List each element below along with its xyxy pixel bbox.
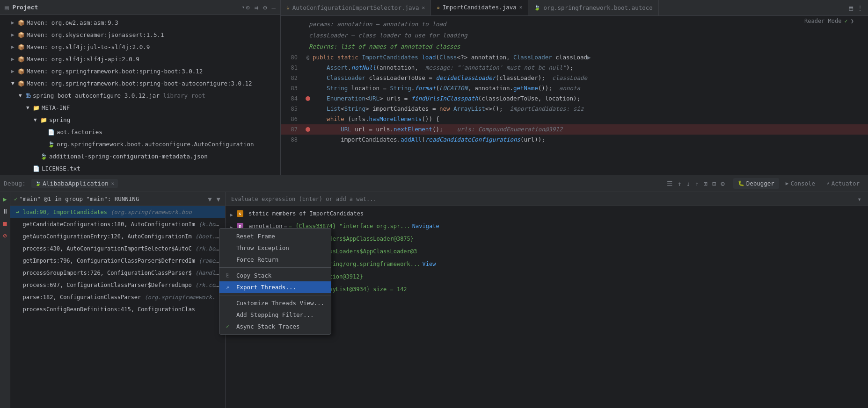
list-item[interactable]: ▼ 📁 spring bbox=[0, 114, 280, 126]
sidebar-title: Project bbox=[12, 4, 38, 11]
ctx-export-threads[interactable]: ↗ Export Threads... bbox=[219, 281, 226, 293]
tab-autoconfiguration[interactable]: ☕ AutoConfigurationImportSelector.java ✕ bbox=[281, 0, 431, 15]
sidebar-locate-icon[interactable]: ⊙ bbox=[245, 3, 250, 12]
ctx-customize-threads[interactable]: Customize Threads View... bbox=[219, 297, 226, 309]
frame-label: process:430, AutoConfigurationImportSele… bbox=[16, 245, 225, 252]
doc-line-3: Returns: list of names of annotated clas… bbox=[281, 41, 868, 52]
debug-step-out-icon[interactable]: ↑ bbox=[677, 179, 682, 188]
stack-frame-0[interactable]: ↩ load:90, ImportCandidates (org.springf… bbox=[10, 206, 225, 218]
breakpoint-icon-2 bbox=[306, 127, 310, 132]
evaluate-expression-label[interactable]: Evaluate expression (Enter) or add a wat… bbox=[231, 196, 377, 202]
maven-icon: 📦 bbox=[18, 66, 25, 77]
sidebar-minimize-icon[interactable]: — bbox=[271, 3, 277, 12]
line-number: 88 bbox=[281, 135, 303, 145]
json-icon: 🍃 bbox=[40, 151, 47, 162]
list-item[interactable]: ▶ 📦 Maven: org.skyscreamer:jsonassert:1.… bbox=[0, 29, 280, 41]
maven-icon: 📦 bbox=[18, 18, 25, 28]
line-number: 85 bbox=[281, 104, 303, 114]
subfolder-icon: 📁 bbox=[40, 115, 47, 125]
list-item[interactable]: ▶ 🍃 org.springframework.boot.autoconfigu… bbox=[0, 138, 280, 150]
tab-console[interactable]: ▶ Console bbox=[781, 178, 820, 189]
resume-button[interactable]: ▶ bbox=[1, 195, 9, 203]
thread-status-label: "main" @1 in group "main": RUNNING bbox=[20, 195, 139, 202]
tab-more-icon[interactable]: ⋮ bbox=[856, 3, 864, 13]
stack-frame-5[interactable]: processGroupImports:726, ConfigurationCl… bbox=[10, 267, 225, 279]
stack-frame-1[interactable]: getCandidateConfigurations:180, AutoConf… bbox=[10, 218, 225, 230]
debug-step-into-icon[interactable]: ↓ bbox=[685, 179, 691, 188]
list-item[interactable]: ▶ 📦 Maven: org.ow2.asm:asm:9.3 bbox=[0, 17, 280, 29]
debug-frames-icon[interactable]: ⊡ bbox=[711, 179, 717, 188]
stack-frame-4[interactable]: getImports:796, ConfigurationClassParser… bbox=[10, 255, 225, 267]
debug-step-over-icon[interactable]: ↑ bbox=[694, 179, 700, 188]
debug-settings-icon[interactable]: ⚙ bbox=[720, 179, 725, 188]
gutter-87 bbox=[303, 127, 313, 132]
list-item[interactable]: ▼ 📁 META-INF bbox=[0, 102, 280, 114]
tab-importcandidates[interactable]: ☕ ImportCandidates.java ✕ bbox=[431, 0, 528, 15]
code-text: Enumeration<URL> urls = findUrlsInClassp… bbox=[313, 93, 868, 104]
code-text: Assert.notNull(annotation, message: "'an… bbox=[313, 63, 868, 73]
debug-session-tab[interactable]: 🍃 AlibabaApplication ✕ bbox=[31, 179, 118, 188]
list-item[interactable]: ▶ 🍃 additional-spring-configuration-meta… bbox=[0, 150, 280, 163]
list-item[interactable]: ▶ 📦 Maven: org.slf4j:jul-to-slf4j:2.0.9 bbox=[0, 41, 280, 53]
vars-expand-icon[interactable]: ▾ bbox=[857, 194, 862, 204]
var-name: static members of ImportCandidates bbox=[245, 209, 364, 218]
ctx-async-traces[interactable]: ✓ Async Stack Traces bbox=[219, 321, 226, 332]
line-number: 87 bbox=[281, 124, 303, 135]
stack-frame-7[interactable]: parse:182, ConfigurationClassParser (org… bbox=[10, 291, 225, 303]
debug-label: Debug: bbox=[4, 180, 26, 187]
list-item[interactable]: ▶ 📦 Maven: org.springframework.boot:spri… bbox=[0, 65, 280, 78]
tab-actuator[interactable]: ⚡ Actuator bbox=[822, 178, 864, 189]
line-number: 81 bbox=[281, 63, 303, 73]
ctx-force-return[interactable]: Force Return bbox=[219, 254, 226, 265]
debug-toolbar-lines-icon[interactable]: ☰ bbox=[666, 179, 674, 188]
tab-close-icon[interactable]: ✕ bbox=[422, 5, 425, 11]
editor-area: ☕ AutoConfigurationImportSelector.java ✕… bbox=[281, 0, 868, 175]
code-line-83: 83 String location = String.format(LOCAT… bbox=[281, 83, 868, 93]
filter-icon[interactable]: ▼ bbox=[207, 194, 212, 204]
sidebar-dropdown-icon[interactable]: ▾ bbox=[242, 4, 245, 10]
code-line-81: 81 Assert.notNull(annotation, message: "… bbox=[281, 63, 868, 73]
list-item[interactable]: ▼ 📦 Maven: org.springframework.boot:spri… bbox=[0, 78, 280, 90]
frame-label: processGroupImports:726, ConfigurationCl… bbox=[16, 270, 225, 276]
code-line-82: 82 ClassLoader classLoaderToUse = decide… bbox=[281, 73, 868, 83]
thread-more-icon[interactable]: ▼ bbox=[216, 194, 221, 204]
debug-session-close[interactable]: ✕ bbox=[111, 180, 115, 186]
list-item[interactable]: ▼ 🗜 spring-boot-autoconfigure-3.0.12.jar… bbox=[0, 90, 280, 102]
stack-frame-2[interactable]: getAutoConfigurationEntry:126, AutoConfi… bbox=[10, 230, 225, 243]
ctx-throw-exception[interactable]: Throw Exception bbox=[219, 242, 226, 254]
tab-debugger[interactable]: 🐛 Debugger bbox=[733, 178, 779, 189]
code-text: String location = String.format(LOCATION… bbox=[313, 83, 868, 93]
gutter-84 bbox=[303, 96, 313, 101]
list-item[interactable]: ▶ 📦 Maven: org.slf4j:slf4j-api:2.0.9 bbox=[0, 53, 280, 65]
list-item[interactable]: ▶ 📄 aot.factories bbox=[0, 126, 280, 138]
list-item[interactable]: ▶ 📄 LICENSE.txt bbox=[0, 163, 280, 175]
tab-spring[interactable]: 🍃 org.springframework.boot.autoco bbox=[528, 0, 658, 15]
stack-frame-6[interactable]: process:697, ConfigurationClassParser$De… bbox=[10, 279, 225, 291]
sidebar-collapse-icon[interactable]: ⇉ bbox=[254, 3, 259, 12]
sidebar-settings-icon[interactable]: ⚙ bbox=[262, 3, 268, 12]
editor-right-arrow[interactable]: ❯ bbox=[851, 18, 854, 24]
stop-button[interactable]: ■ bbox=[1, 219, 9, 228]
ctx-reset-frame[interactable]: Reset Frame bbox=[219, 230, 226, 242]
var-item-static[interactable]: ▶ s static members of ImportCandidates bbox=[226, 208, 868, 221]
ctx-copy-stack[interactable]: ⎘ Copy Stack bbox=[219, 270, 226, 281]
java-tab-icon-active: ☕ bbox=[437, 4, 440, 10]
tab-split-icon[interactable]: ⬒ bbox=[848, 3, 854, 13]
tab-close-active-icon[interactable]: ✕ bbox=[519, 4, 523, 10]
editor-content: Reader Mode ✓ ❯ params: annotation – ann… bbox=[281, 16, 868, 175]
pause-button[interactable]: ⏸ bbox=[1, 207, 9, 215]
stack-frame-3[interactable]: process:430, AutoConfigurationImportSele… bbox=[10, 243, 225, 255]
navigate-link[interactable]: Navigate bbox=[412, 222, 439, 231]
ctx-add-filter[interactable]: Add Stepping Filter... bbox=[219, 309, 226, 321]
mute-breakpoints-button[interactable]: ⊘ bbox=[1, 231, 9, 240]
tree-content: ▶ 📦 Maven: org.ow2.asm:asm:9.3 ▶ 📦 Maven… bbox=[0, 15, 280, 175]
debug-evaluate-icon[interactable]: ⊞ bbox=[702, 179, 708, 188]
var-arrow-icon: ▶ bbox=[230, 210, 237, 219]
debugger-tab-label: Debugger bbox=[746, 180, 774, 187]
stack-frame-8[interactable]: processConfigBeanDefinitions:415, Config… bbox=[10, 303, 225, 315]
view-link[interactable]: View bbox=[422, 260, 436, 269]
reader-mode-label[interactable]: Reader Mode bbox=[804, 18, 841, 24]
debug-toolbar: Debug: 🍃 AlibabaApplication ✕ ☰ ↑ ↓ ↑ ⊞ … bbox=[0, 175, 868, 192]
ctx-separator-1 bbox=[219, 267, 226, 268]
debug-main: ▶ ⏸ ■ ⊘ ✓ "main" @1 in group "main": RUN… bbox=[0, 192, 868, 408]
